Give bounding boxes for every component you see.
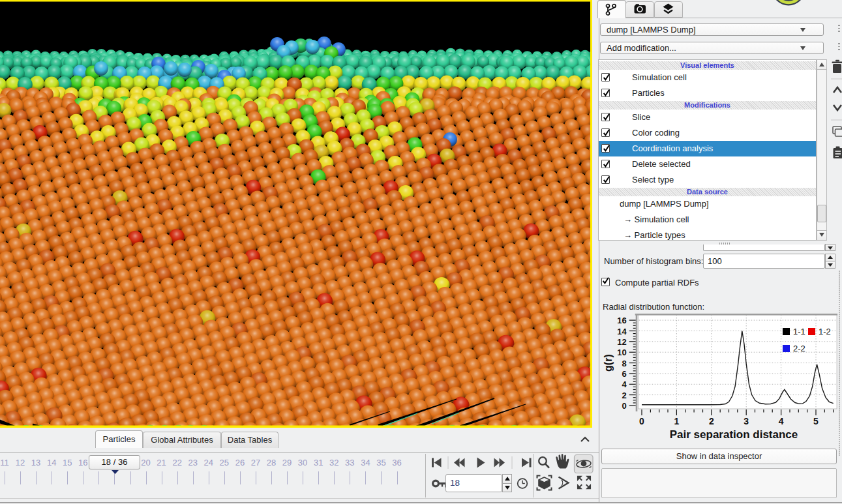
svg-text:5: 5 (813, 416, 819, 426)
svg-text:1-2: 1-2 (819, 327, 831, 336)
svg-text:12: 12 (617, 337, 626, 347)
svg-text:2: 2 (622, 391, 626, 400)
svg-text:Pair separation distance: Pair separation distance (670, 428, 798, 441)
svg-text:2-2: 2-2 (793, 344, 805, 353)
svg-text:14: 14 (617, 327, 627, 336)
svg-text:1-1: 1-1 (793, 327, 805, 336)
svg-text:0: 0 (639, 416, 644, 426)
svg-text:10: 10 (617, 348, 626, 357)
svg-text:g(r): g(r) (603, 354, 614, 372)
svg-text:4: 4 (622, 379, 627, 389)
svg-text:3: 3 (744, 416, 749, 426)
svg-text:6: 6 (622, 369, 626, 379)
svg-text:0: 0 (622, 401, 626, 411)
svg-text:4: 4 (779, 416, 784, 426)
svg-text:8: 8 (622, 359, 626, 368)
svg-text:1: 1 (674, 416, 680, 426)
svg-text:2: 2 (709, 416, 714, 426)
svg-text:16: 16 (617, 316, 626, 325)
